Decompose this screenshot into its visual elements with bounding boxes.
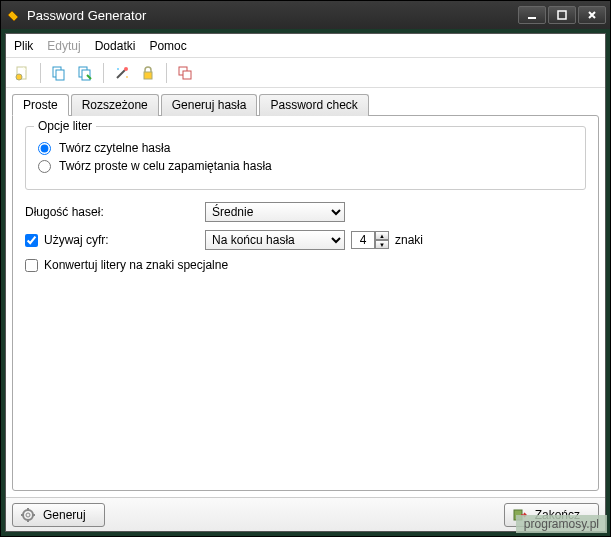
svg-point-15 (26, 513, 30, 517)
menu-plik[interactable]: Plik (14, 39, 33, 53)
tabstrip: Proste Rozszeżone Generuj hasła Password… (12, 94, 599, 116)
digits-unit: znaki (395, 233, 423, 247)
use-digits-checkbox[interactable] (25, 234, 38, 247)
generate-button[interactable]: Generuj (12, 503, 105, 527)
row-length: Długość haseł: Średnie (25, 202, 586, 222)
tab-password-check[interactable]: Password check (259, 94, 368, 116)
digits-position-select[interactable]: Na końcu hasła (205, 230, 345, 250)
maximize-button[interactable] (548, 6, 576, 24)
digits-count-input[interactable] (351, 231, 375, 249)
copy-all-icon[interactable] (75, 63, 95, 83)
use-digits-label[interactable]: Używaj cyfr: (44, 233, 109, 247)
minimize-button[interactable] (518, 6, 546, 24)
menubar: Plik Edytuj Dodatki Pomoc (6, 34, 605, 58)
length-label: Długość haseł: (25, 205, 104, 219)
new-file-icon[interactable] (12, 63, 32, 83)
tab-proste[interactable]: Proste (12, 94, 69, 116)
close-button[interactable] (578, 6, 606, 24)
toolbar-separator (103, 63, 104, 83)
tab-rozszezone[interactable]: Rozszeżone (71, 94, 159, 116)
group-legend: Opcje liter (34, 119, 96, 133)
svg-point-3 (16, 74, 22, 80)
length-select[interactable]: Średnie (205, 202, 345, 222)
menu-edytuj[interactable]: Edytuj (47, 39, 80, 53)
menu-pomoc[interactable]: Pomoc (149, 39, 186, 53)
svg-rect-0 (528, 17, 536, 19)
groupbox-letter-options: Opcje liter Twórz czytelne hasła Twórz p… (25, 126, 586, 190)
lock-icon[interactable] (138, 63, 158, 83)
svg-point-8 (124, 67, 128, 71)
generate-button-label: Generuj (43, 508, 86, 522)
radio-readable-label[interactable]: Twórz czytelne hasła (59, 141, 170, 155)
toolbar-separator (166, 63, 167, 83)
svg-rect-1 (558, 11, 566, 19)
radio-simple-remember[interactable] (38, 160, 51, 173)
tab-panel-proste: Opcje liter Twórz czytelne hasła Twórz p… (12, 115, 599, 491)
svg-rect-5 (56, 70, 64, 80)
row-convert: Konwertuj litery na znaki specjalne (25, 258, 586, 272)
watermark: programosy.pl (516, 515, 607, 533)
gear-icon (21, 508, 35, 522)
stepper-down[interactable]: ▼ (375, 240, 389, 249)
stepper-up[interactable]: ▲ (375, 231, 389, 240)
digits-count-stepper: ▲ ▼ (351, 231, 389, 249)
content: Proste Rozszeżone Generuj hasła Password… (6, 88, 605, 497)
svg-rect-13 (183, 71, 191, 79)
radio-readable[interactable] (38, 142, 51, 155)
convert-special-label[interactable]: Konwertuj litery na znaki specjalne (44, 258, 228, 272)
svg-point-9 (117, 68, 119, 70)
tab-generuj[interactable]: Generuj hasła (161, 94, 258, 116)
radio-simple-remember-label[interactable]: Twórz proste w celu zapamiętania hasła (59, 159, 272, 173)
svg-rect-11 (144, 72, 152, 79)
convert-special-checkbox[interactable] (25, 259, 38, 272)
svg-rect-7 (82, 70, 90, 80)
toolbar (6, 58, 605, 88)
row-digits: Używaj cyfr: Na końcu hasła ▲ ▼ znaki (25, 230, 586, 250)
menu-dodatki[interactable]: Dodatki (95, 39, 136, 53)
app-icon (5, 7, 21, 23)
copy-icon[interactable] (49, 63, 69, 83)
windows-icon[interactable] (175, 63, 195, 83)
wand-icon[interactable] (112, 63, 132, 83)
window-title: Password Generator (27, 8, 518, 23)
titlebar: Password Generator (1, 1, 610, 29)
svg-point-10 (126, 76, 128, 78)
toolbar-separator (40, 63, 41, 83)
client-area: Plik Edytuj Dodatki Pomoc Proste Rozszeż… (5, 33, 606, 532)
app-window: Password Generator Plik Edytuj Dodatki P… (0, 0, 611, 537)
